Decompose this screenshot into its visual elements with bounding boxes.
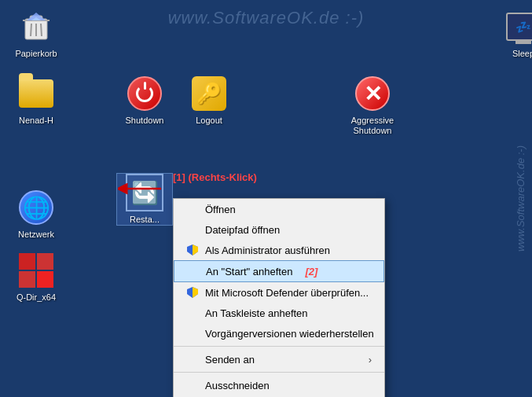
menu-item-restore-prev[interactable]: Vorgängerversionen wiederherstellen [174, 323, 384, 344]
aggressive-shutdown-label: Aggressive Shutdown [344, 116, 401, 136]
pin-taskbar-icon [186, 307, 199, 319]
desktop-icon-netzwerk[interactable]: 🌐 Netzwerk [8, 189, 64, 240]
qdir-label: Q-Dir_x64 [17, 292, 56, 303]
open-path-icon [186, 223, 199, 236]
svg-marker-13 [193, 287, 198, 298]
nenad-label: Nenad-H [19, 116, 53, 126]
svg-marker-11 [193, 244, 198, 255]
desktop-icon-nenad[interactable]: Nenad-H [8, 75, 64, 126]
nenad-folder-icon [17, 75, 55, 112]
menu-item-pin-start[interactable]: An "Start" anheften [2] [174, 260, 384, 282]
pin-start-badge: [2] [305, 266, 317, 278]
open-icon [186, 203, 199, 215]
restart-label: Resta... [130, 215, 160, 225]
desktop-icon-qdir[interactable]: Q-Dir_x64 [8, 252, 64, 303]
menu-item-defender[interactable]: Mit Microsoft Defender überprüfen... [174, 282, 384, 303]
shutdown-label: Shutdown [126, 116, 164, 126]
recycle-bin-icon [17, 8, 55, 46]
logout-label: Logout [196, 116, 222, 126]
netzwerk-icon: 🌐 [17, 189, 55, 226]
desktop-icon-shutdown[interactable]: Shutdown [116, 75, 173, 126]
shutdown-icon [126, 75, 163, 112]
submenu-arrow: › [369, 354, 372, 366]
recycle-bin-label: Papierkorb [15, 49, 57, 59]
desktop-icon-recycle-bin[interactable]: Papierkorb [8, 8, 64, 59]
aggressive-shutdown-icon: ✕ [354, 75, 391, 112]
desktop: Papierkorb 💤 Sleep Nenad-H Shutdown 🔑 Lo… [0, 0, 532, 397]
menu-item-open-path[interactable]: Dateipfad öffnen [174, 219, 384, 240]
menu-item-pin-taskbar[interactable]: An Taskleiste anheften [174, 303, 384, 323]
menu-separator-1 [174, 346, 384, 347]
netzwerk-label: Netzwerk [18, 230, 54, 240]
annotation-area: [1] (Rechts-Klick) [173, 171, 257, 183]
desktop-icon-sleep[interactable]: 💤 Sleep [495, 8, 532, 59]
cut-icon [186, 379, 199, 391]
pin-start-icon [187, 265, 200, 278]
desktop-icon-aggressive-shutdown[interactable]: ✕ Aggressive Shutdown [344, 75, 401, 136]
defender-icon [186, 286, 199, 299]
send-to-icon [186, 353, 199, 366]
logout-icon: 🔑 [190, 75, 228, 112]
sleep-icon: 💤 [504, 8, 532, 46]
sleep-label: Sleep [512, 49, 532, 59]
uac-shield-icon [186, 244, 199, 256]
annotation-label: [1] (Rechts-Klick) [173, 171, 257, 183]
restore-icon [186, 327, 199, 340]
menu-item-send-to[interactable]: Senden an › [174, 349, 384, 369]
menu-separator-2 [174, 372, 384, 373]
desktop-icon-logout[interactable]: 🔑 Logout [181, 75, 237, 126]
context-menu: Öffnen Dateipfad öffnen Als Administrato… [173, 198, 385, 397]
menu-item-open[interactable]: Öffnen [174, 199, 384, 219]
svg-line-3 [31, 24, 31, 36]
annotation-arrow [118, 179, 165, 198]
svg-line-5 [41, 24, 42, 36]
menu-item-run-as-admin[interactable]: Als Administrator ausführen [174, 240, 384, 260]
qdir-icon [17, 252, 55, 289]
menu-item-cut[interactable]: Ausschneiden [174, 375, 384, 395]
